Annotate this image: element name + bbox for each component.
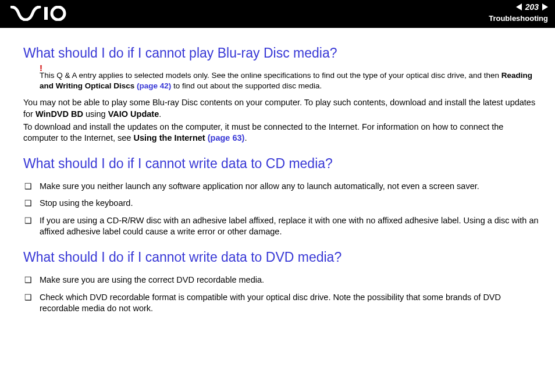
vaio-logo [10,6,74,21]
list-item: If you are using a CD-R/RW disc with an … [23,215,539,238]
heading-bluray: What should I do if I cannot play Blu-ra… [23,44,539,62]
list-item: Make sure you are using the correct DVD … [23,275,539,286]
text: To download and install the updates on t… [23,122,503,143]
dvd-list: Make sure you are using the correct DVD … [23,275,539,315]
note-text-b: to find out about the supported disc med… [171,81,322,90]
svg-point-1 [52,7,65,20]
page-number: 203 [524,2,540,12]
list-item: Check which DVD recordable format is com… [23,292,539,315]
paragraph: To download and install the updates on t… [23,122,539,144]
bold-windvd: WinDVD BD [35,109,83,119]
cd-list: Make sure you neither launch any softwar… [23,181,539,238]
heading-dvd: What should I do if I cannot write data … [23,248,539,266]
text: . [159,109,161,119]
svg-rect-0 [44,7,48,20]
link-page-63[interactable]: (page 63) [208,133,245,142]
note-block: ! This Q & A entry applies to selected m… [40,70,539,91]
page-header: 203 Troubleshooting [0,0,555,28]
note-text-a: This Q & A entry applies to selected mod… [40,71,501,80]
list-item: Stop using the keyboard. [23,198,539,209]
text: . [244,133,247,142]
heading-cd: What should I do if I cannot write data … [23,155,539,173]
prev-page-arrow-icon[interactable] [516,3,522,10]
section-name: Troubleshooting [489,14,548,23]
page-navigation: 203 [516,2,548,12]
alert-mark-icon: ! [40,62,42,74]
bold-vaio-update: VAIO Update [108,109,159,119]
paragraph: You may not be able to play some Blu-ray… [23,97,539,120]
next-page-arrow-icon[interactable] [542,3,548,10]
list-item: Make sure you neither launch any softwar… [23,181,539,193]
page-content: What should I do if I cannot play Blu-ra… [0,28,555,315]
bold-using-internet: Using the Internet [133,133,207,142]
link-page-42[interactable]: (page 42) [137,81,171,90]
text: using [83,109,108,119]
